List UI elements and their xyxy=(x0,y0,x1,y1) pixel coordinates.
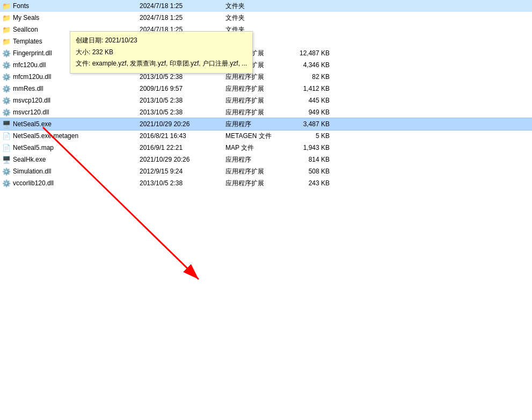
file-date-col: 2016/8/21 16:43 xyxy=(135,132,221,140)
file-date-col: 2012/9/15 9:24 xyxy=(135,168,221,175)
file-type-col: 文件夹 xyxy=(221,2,286,11)
file-name-col: ⚙️ vccorlib120.dll xyxy=(2,179,135,187)
file-date-col: 2024/7/18 1:25 xyxy=(135,14,221,21)
file-type-col: 应用程序扩展 xyxy=(221,179,286,188)
table-row[interactable]: 🖥️ NetSeal5.exe 2021/10/29 20:26 应用程序 3,… xyxy=(0,118,532,130)
dll-icon: ⚙️ xyxy=(2,49,11,57)
file-icon: 📄 xyxy=(2,132,11,140)
table-row[interactable]: 📄 NetSeal5.map 2016/9/1 22:21 MAP 文件 1,9… xyxy=(0,142,532,154)
file-date-col: 2013/10/5 2:38 xyxy=(135,97,221,104)
folder-icon: 📁 xyxy=(2,13,11,22)
file-date-col: 2013/10/5 2:38 xyxy=(135,73,221,81)
file-name-col: ⚙️ Simulation.dll xyxy=(2,167,135,176)
file-date-col: 2013/10/5 2:38 xyxy=(135,108,221,116)
file-name-label: msvcp120.dll xyxy=(13,97,50,104)
table-row[interactable]: 📄 NetSeal5.exe.metagen 2016/8/21 16:43 M… xyxy=(0,130,532,142)
dll-icon: ⚙️ xyxy=(2,61,11,69)
table-row[interactable]: 🖥️ SealHk.exe 2021/10/29 20:26 应用程序 814 … xyxy=(0,154,532,165)
file-size-col: 445 KB xyxy=(286,97,334,104)
file-name-label: SealIcon xyxy=(13,26,38,33)
file-name-label: Fingerprint.dll xyxy=(13,49,52,57)
file-name-label: mfc120u.dll xyxy=(13,61,46,69)
file-type-col: MAP 文件 xyxy=(221,143,286,153)
tooltip-file: 文件: example.yzf, 发票查询.yzf, 印章团.yzf, 户口注册… xyxy=(76,58,247,70)
folder-icon: 📁 xyxy=(2,37,11,46)
file-name-label: NetSeal5.exe xyxy=(13,120,52,128)
file-size-col: 1,943 KB xyxy=(286,144,334,151)
file-list: 📁 Fonts 2024/7/18 1:25 文件夹 📁 My Seals 20… xyxy=(0,0,532,189)
file-name-label: vccorlib120.dll xyxy=(13,179,54,187)
file-date-col: 2016/9/1 22:21 xyxy=(135,144,221,151)
folder-icon: 📁 xyxy=(2,25,11,34)
folder-icon: 📁 xyxy=(2,2,11,10)
file-name-label: NetSeal5.map xyxy=(13,144,54,151)
file-size-col: 243 KB xyxy=(286,179,334,187)
file-date-col: 2013/10/5 2:38 xyxy=(135,179,221,187)
file-name-col: 📁 Fonts xyxy=(2,2,135,10)
exe-icon: 🖥️ xyxy=(2,120,11,128)
file-date-col: 2021/10/29 20:26 xyxy=(135,120,221,128)
file-name-col: 📄 NetSeal5.exe.metagen xyxy=(2,132,135,140)
file-icon: 📄 xyxy=(2,143,11,152)
file-size-col: 3,487 KB xyxy=(286,120,334,128)
file-date-col: 2021/10/29 20:26 xyxy=(135,156,221,163)
file-name-label: Templates xyxy=(13,38,42,45)
table-row[interactable]: ⚙️ msvcr120.dll 2013/10/5 2:38 应用程序扩展 94… xyxy=(0,106,532,118)
tooltip-size: 大小: 232 KB xyxy=(76,47,247,59)
file-name-label: Simulation.dll xyxy=(13,168,51,175)
dll-icon: ⚙️ xyxy=(2,167,11,176)
file-name-col: ⚙️ msvcr120.dll xyxy=(2,108,135,117)
table-row[interactable]: 📁 Fonts 2024/7/18 1:25 文件夹 xyxy=(0,0,532,12)
file-name-col: ⚙️ mfcm120u.dll xyxy=(2,73,135,81)
dll-icon: ⚙️ xyxy=(2,73,11,81)
tooltip-created: 创建日期: 2021/10/23 xyxy=(76,35,247,47)
file-type-col: 应用程序 xyxy=(221,155,286,164)
file-name-col: 🖥️ SealHk.exe xyxy=(2,155,135,164)
file-name-label: NetSeal5.exe.metagen xyxy=(13,132,78,140)
file-size-col: 508 KB xyxy=(286,168,334,175)
file-type-col: 应用程序扩展 xyxy=(221,108,286,117)
file-name-label: msvcr120.dll xyxy=(13,108,49,116)
file-name-label: My Seals xyxy=(13,14,39,21)
file-type-col: 应用程序扩展 xyxy=(221,96,286,105)
file-name-col: 📄 NetSeal5.map xyxy=(2,143,135,152)
file-size-col: 82 KB xyxy=(286,73,334,81)
file-type-col: 应用程序扩展 xyxy=(221,73,286,82)
file-tooltip: 创建日期: 2021/10/23 大小: 232 KB 文件: example.… xyxy=(70,31,253,74)
file-size-col: 12,487 KB xyxy=(286,49,334,57)
dll-icon: ⚙️ xyxy=(2,96,11,105)
file-name-col: ⚙️ msvcp120.dll xyxy=(2,96,135,105)
file-name-label: mmRes.dll xyxy=(13,85,43,92)
table-row[interactable]: ⚙️ msvcp120.dll 2013/10/5 2:38 应用程序扩展 44… xyxy=(0,95,532,106)
file-type-col: 应用程序扩展 xyxy=(221,84,286,93)
file-type-col: 文件夹 xyxy=(221,13,286,23)
file-date-col: 2009/1/16 9:57 xyxy=(135,85,221,92)
file-size-col: 5 KB xyxy=(286,132,334,140)
table-row[interactable]: 📁 My Seals 2024/7/18 1:25 文件夹 xyxy=(0,12,532,24)
table-row[interactable]: ⚙️ Simulation.dll 2012/9/15 9:24 应用程序扩展 … xyxy=(0,165,532,177)
file-name-label: SealHk.exe xyxy=(13,156,46,163)
file-name-col: ⚙️ mmRes.dll xyxy=(2,84,135,93)
exe-icon: 🖥️ xyxy=(2,155,11,164)
table-row[interactable]: ⚙️ vccorlib120.dll 2013/10/5 2:38 应用程序扩展… xyxy=(0,177,532,189)
dll-icon: ⚙️ xyxy=(2,179,11,187)
file-type-col: 应用程序扩展 xyxy=(221,167,286,176)
file-size-col: 1,412 KB xyxy=(286,85,334,92)
file-size-col: 814 KB xyxy=(286,156,334,163)
file-name-col: 📁 My Seals xyxy=(2,13,135,22)
file-name-col: 🖥️ NetSeal5.exe xyxy=(2,120,135,128)
file-name-label: mfcm120u.dll xyxy=(13,73,51,81)
file-type-col: METAGEN 文件 xyxy=(221,132,286,141)
file-date-col: 2024/7/18 1:25 xyxy=(135,2,221,10)
file-type-col: 应用程序 xyxy=(221,120,286,129)
file-size-col: 4,346 KB xyxy=(286,61,334,69)
table-row[interactable]: ⚙️ mmRes.dll 2009/1/16 9:57 应用程序扩展 1,412… xyxy=(0,83,532,95)
file-size-col: 949 KB xyxy=(286,108,334,116)
dll-icon: ⚙️ xyxy=(2,84,11,93)
dll-icon: ⚙️ xyxy=(2,108,11,117)
file-name-label: Fonts xyxy=(13,2,29,10)
